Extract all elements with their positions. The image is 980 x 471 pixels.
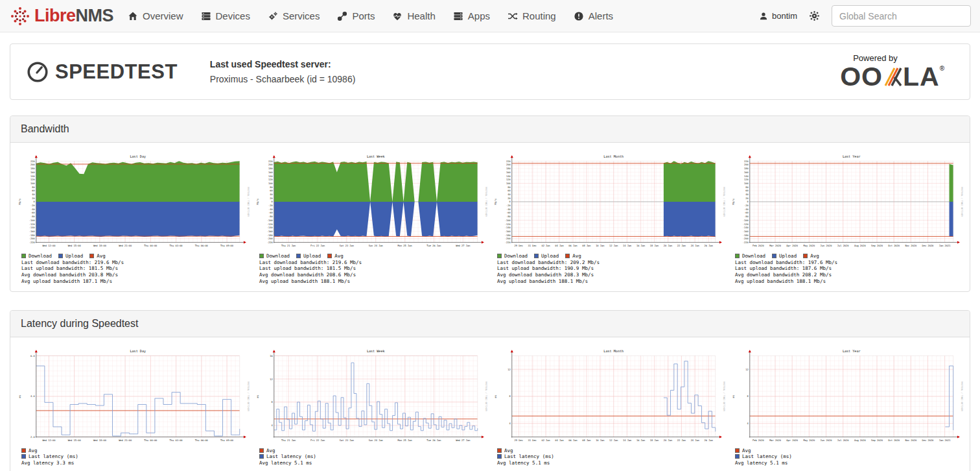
svg-text:-20: -20 xyxy=(268,204,273,207)
svg-text:-140: -140 xyxy=(267,226,273,229)
svg-text:10 Jan: 10 Jan xyxy=(596,439,604,441)
svg-text:8: 8 xyxy=(509,395,510,398)
svg-text:-180: -180 xyxy=(505,234,511,237)
svg-text:Sat 23 Jan: Sat 23 Jan xyxy=(340,439,354,441)
svg-text:180: 180 xyxy=(268,167,273,170)
svg-text:RRDTOOL / TOBI OETIKER: RRDTOOL / TOBI OETIKER xyxy=(961,187,963,217)
nav-item-ports[interactable]: Ports xyxy=(337,10,375,21)
nav-item-overview[interactable]: Overview xyxy=(128,10,183,21)
svg-text:02 Jan: 02 Jan xyxy=(541,245,550,247)
legend-color-swatch xyxy=(296,254,301,258)
svg-text:10 Jan: 10 Jan xyxy=(596,245,604,247)
svg-text:-200: -200 xyxy=(743,237,749,240)
svg-text:RRDTOOL / TOBI OETIKER: RRDTOOL / TOBI OETIKER xyxy=(723,187,725,217)
svg-text:04 Jan: 04 Jan xyxy=(555,439,563,441)
svg-text:180: 180 xyxy=(744,167,749,170)
bandwidth-graph-last-day[interactable]: -220-200-180-160-140-120-100-80-60-40-20… xyxy=(16,152,250,285)
bandwidth-graph-last-month[interactable]: -220-200-180-160-140-120-100-80-60-40-20… xyxy=(492,152,726,285)
bandwidth-graph-last-week[interactable]: -220-200-180-160-140-120-100-80-60-40-20… xyxy=(254,152,488,285)
svg-text:20: 20 xyxy=(745,197,748,200)
svg-text:140: 140 xyxy=(744,175,749,178)
svg-text:4.0: 4.0 xyxy=(30,395,35,398)
svg-text:8: 8 xyxy=(747,395,748,398)
svg-text:Feb 2020: Feb 2020 xyxy=(752,439,764,441)
svg-text:200: 200 xyxy=(268,163,273,166)
latency-graphs-row: 2.04.06.0Wed 12:00Wed 15:00Wed 18:00Wed … xyxy=(10,337,970,471)
svg-text:-160: -160 xyxy=(743,230,749,233)
svg-text:Nov 2020: Nov 2020 xyxy=(905,439,916,441)
svg-text:80: 80 xyxy=(508,186,510,189)
svg-text:120: 120 xyxy=(744,178,749,181)
svg-text:140: 140 xyxy=(506,175,511,178)
svg-text:Mon 25 Jan: Mon 25 Jan xyxy=(397,439,412,441)
svg-text:220: 220 xyxy=(506,160,511,163)
svg-text:0: 0 xyxy=(271,200,272,203)
svg-text:-120: -120 xyxy=(29,223,35,226)
ookla-k-icon xyxy=(884,67,902,87)
user-menu[interactable]: bontim xyxy=(759,11,797,21)
librenms-flower-icon xyxy=(9,5,31,27)
svg-text:-220: -220 xyxy=(29,241,35,244)
svg-text:80: 80 xyxy=(32,186,34,189)
nav-item-routing[interactable]: Routing xyxy=(508,10,556,21)
svg-text:Wed 27 Jan: Wed 27 Jan xyxy=(456,245,470,247)
latency-graph-last-month[interactable]: 481229 Dec31 Dec02 Jan04 Jan06 Jan08 Jan… xyxy=(492,346,726,466)
svg-text:120: 120 xyxy=(268,178,273,181)
svg-text:-80: -80 xyxy=(744,215,749,218)
global-search-input[interactable] xyxy=(832,5,971,27)
legend-color-swatch xyxy=(21,254,26,258)
main-menu: Overview Devices Services Ports Health A… xyxy=(128,10,613,21)
svg-text:31 Dec: 31 Dec xyxy=(528,439,536,441)
svg-text:-100: -100 xyxy=(29,219,35,222)
svg-text:Apr 2020: Apr 2020 xyxy=(786,439,798,441)
legend-color-swatch xyxy=(21,448,26,453)
svg-text:-180: -180 xyxy=(267,234,273,237)
svg-text:20 Jan: 20 Jan xyxy=(664,245,672,247)
bandwidth-graph-last-year[interactable]: -220-200-180-160-140-120-100-80-60-40-20… xyxy=(730,152,964,285)
svg-text:Feb 2020: Feb 2020 xyxy=(752,245,764,247)
svg-text:140: 140 xyxy=(268,175,273,178)
page-content: SPEEDTEST Last used Speedtest server: Pr… xyxy=(0,32,980,471)
svg-text:Last Year: Last Year xyxy=(843,349,861,353)
svg-text:Dec 2020: Dec 2020 xyxy=(922,439,934,441)
server-stack-icon xyxy=(453,11,463,21)
librenms-logo[interactable]: LibreNMS xyxy=(9,5,113,27)
latency-graph-last-year[interactable]: 4812Feb 2020Mar 2020Apr 2020May 2020Jun … xyxy=(730,346,964,466)
latency-graph-last-day[interactable]: 2.04.06.0Wed 12:00Wed 15:00Wed 18:00Wed … xyxy=(16,346,250,466)
svg-text:-200: -200 xyxy=(29,237,35,240)
svg-text:Aug 2020: Aug 2020 xyxy=(854,439,866,441)
svg-text:120: 120 xyxy=(30,178,35,181)
settings-gear-button[interactable] xyxy=(809,10,820,21)
ookla-logo: OO LA ® xyxy=(840,64,945,90)
nav-item-apps[interactable]: Apps xyxy=(453,10,490,21)
svg-text:-160: -160 xyxy=(505,230,511,233)
gear-icon xyxy=(809,10,820,21)
svg-text:220: 220 xyxy=(744,160,749,163)
svg-text:-220: -220 xyxy=(505,241,511,244)
svg-text:-80: -80 xyxy=(268,215,273,218)
gears-icon xyxy=(268,11,278,21)
svg-text:26 Jan: 26 Jan xyxy=(705,245,713,247)
nav-item-alerts[interactable]: Alerts xyxy=(574,10,613,21)
speedometer-icon xyxy=(26,60,49,84)
svg-text:Jan 2021: Jan 2021 xyxy=(939,439,951,441)
svg-text:20: 20 xyxy=(32,197,34,200)
svg-text:02 Jan: 02 Jan xyxy=(541,439,550,441)
svg-text:Oct 2020: Oct 2020 xyxy=(888,245,900,247)
registered-mark: ® xyxy=(940,66,945,72)
nav-item-health[interactable]: Health xyxy=(392,10,435,21)
svg-text:80: 80 xyxy=(270,186,272,189)
svg-text:0: 0 xyxy=(509,200,510,203)
nav-label-services: Services xyxy=(283,10,320,21)
svg-text:Last Month: Last Month xyxy=(603,349,624,353)
svg-text:Jun 2020: Jun 2020 xyxy=(821,439,832,441)
svg-text:06 Jan: 06 Jan xyxy=(568,439,577,441)
svg-text:Wed 12:00: Wed 12:00 xyxy=(42,245,55,247)
svg-text:120: 120 xyxy=(506,178,511,181)
nav-item-services[interactable]: Services xyxy=(268,10,320,21)
nav-item-devices[interactable]: Devices xyxy=(201,10,250,21)
legend-color-swatch xyxy=(259,448,264,453)
legend-color-swatch xyxy=(735,454,740,459)
graph-legend: AvgLast latency (ms)Avg latency 3.3 ms xyxy=(21,448,250,466)
latency-graph-last-week[interactable]: 481216Thu 21 JanFri 22 JanSat 23 JanSun … xyxy=(254,346,488,466)
